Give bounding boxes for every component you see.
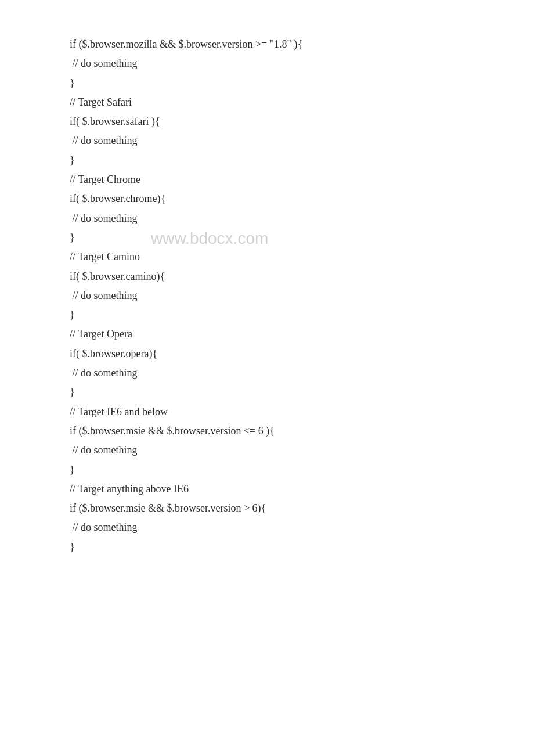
code-line-line14: // do something (70, 286, 488, 305)
code-line-line9: if( $.browser.chrome){ (70, 189, 488, 208)
code-line-line18: // do something (70, 363, 488, 383)
code-line-line20: // Target IE6 and below (70, 402, 488, 422)
code-line-line5: if( $.browser.safari ){ (70, 112, 488, 131)
code-line-line12: // Target Camino (70, 247, 488, 267)
code-line-line11: } (70, 228, 488, 247)
code-line-line13: if( $.browser.camino){ (70, 267, 488, 286)
code-line-line7: } (70, 151, 488, 170)
code-line-line22: // do something (70, 441, 488, 460)
code-line-line26: // do something (70, 518, 488, 537)
code-line-line8: // Target Chrome (70, 170, 488, 189)
code-line-line24: // Target anything above IE6 (70, 480, 488, 499)
code-line-line1: if ($.browser.mozilla && $.browser.versi… (70, 35, 488, 54)
code-line-line3: } (70, 74, 488, 93)
code-line-line2: // do something (70, 54, 488, 73)
code-line-line23: } (70, 460, 488, 480)
code-line-line6: // do something (70, 131, 488, 150)
code-line-line4: // Target Safari (70, 93, 488, 112)
code-line-line21: if ($.browser.msie && $.browser.version … (70, 422, 488, 441)
code-line-line10: // do something (70, 209, 488, 228)
code-block: if ($.browser.mozilla && $.browser.versi… (0, 0, 534, 592)
code-line-line19: } (70, 383, 488, 402)
code-line-line17: if( $.browser.opera){ (70, 344, 488, 363)
code-line-line25: if ($.browser.msie && $.browser.version … (70, 499, 488, 518)
code-line-line15: } (70, 305, 488, 325)
code-line-line27: } (70, 538, 488, 557)
code-line-line16: // Target Opera (70, 325, 488, 344)
